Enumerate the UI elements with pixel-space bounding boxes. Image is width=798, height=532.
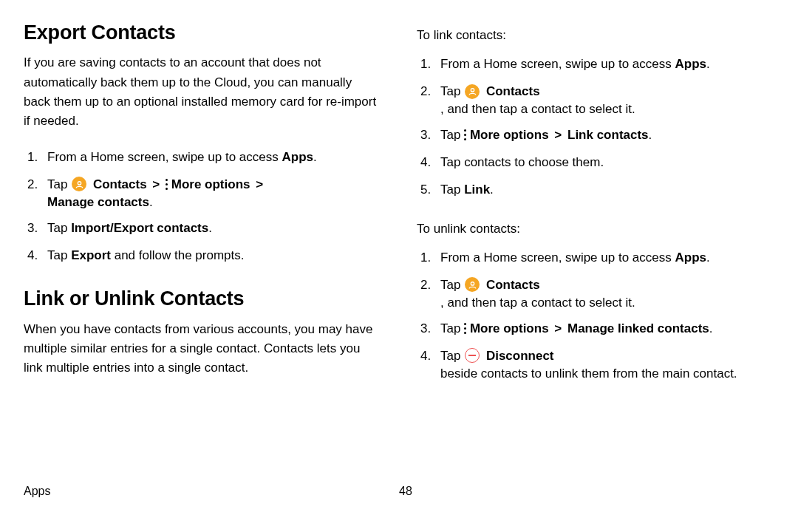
link-unlink-desc: When you have contacts from various acco…: [24, 320, 381, 378]
footer-section: Apps: [24, 485, 399, 498]
contacts-icon: [465, 84, 480, 99]
bold-text: Link contacts: [567, 128, 649, 142]
list-item: Tap Disconnect beside contacts to unlink…: [434, 344, 774, 383]
bold-text: Manage linked contacts: [567, 321, 709, 335]
step-text: .: [649, 128, 652, 142]
step-text: Tap: [440, 84, 464, 98]
step-text: .: [706, 57, 710, 71]
step-text: Tap: [440, 349, 464, 363]
link-steps: From a Home screen, swipe up to access A…: [417, 52, 774, 202]
disconnect-icon: [465, 348, 480, 363]
list-item: Tap contacts to choose them.: [434, 150, 774, 174]
left-column: Export Contacts If you are saving contac…: [24, 21, 381, 473]
contacts-icon: [72, 177, 86, 191]
export-contacts-desc: If you are saving contacts to an account…: [24, 53, 381, 131]
right-column: To link contacts: From a Home screen, sw…: [417, 21, 774, 473]
step-text: Tap: [440, 128, 464, 142]
more-options-icon: [166, 177, 168, 191]
list-item: Tap Link.: [434, 177, 774, 202]
step-text: .: [709, 321, 713, 335]
bold-text: Contacts: [93, 177, 147, 191]
chevron-icon: >: [256, 177, 263, 191]
link-intro: To link contacts:: [417, 28, 774, 43]
svg-point-0: [78, 182, 81, 185]
step-text: From a Home screen, swipe up to access: [47, 150, 282, 164]
list-item: Tap Contacts > More options > Manage con…: [41, 172, 381, 211]
document-page: Export Contacts If you are saving contac…: [0, 0, 798, 473]
more-options-icon: [464, 321, 466, 335]
step-text: Tap: [440, 278, 464, 292]
bold-text: Apps: [675, 57, 706, 71]
more-options-icon: [464, 129, 466, 142]
bold-text: Apps: [282, 150, 313, 164]
step-text: Tap: [47, 221, 71, 235]
list-item: Tap Contacts, and then tap a contact to …: [434, 273, 774, 312]
unlink-steps: From a Home screen, swipe up to access A…: [417, 245, 774, 383]
step-text: From a Home screen, swipe up to access: [440, 57, 675, 71]
bold-text: Manage contacts: [47, 195, 149, 209]
step-text: .: [706, 250, 710, 265]
list-item: Tap More options > Manage linked contact…: [434, 316, 774, 341]
step-text: beside contacts to unlink them from the …: [440, 366, 737, 381]
bold-text: Contacts: [486, 278, 540, 292]
step-text: Tap contacts to choose them.: [440, 155, 604, 169]
page-number: 48: [399, 485, 412, 498]
list-item: Tap More options > Link contacts.: [434, 123, 774, 147]
bold-text: Link: [464, 183, 490, 197]
list-item: Tap Contacts, and then tap a contact to …: [434, 79, 774, 118]
export-steps: From a Home screen, swipe up to access A…: [24, 145, 381, 267]
bold-text: More options: [470, 128, 549, 142]
bold-text: More options: [171, 177, 250, 191]
step-text: .: [490, 183, 494, 197]
chevron-icon: >: [152, 177, 160, 191]
svg-point-1: [471, 89, 474, 92]
bold-text: Import/Export contacts: [71, 221, 208, 235]
step-text: Tap: [440, 183, 464, 197]
bold-text: Contacts: [486, 84, 540, 98]
svg-point-2: [471, 282, 474, 284]
step-text: Tap: [47, 177, 71, 191]
step-text: .: [208, 221, 212, 235]
contacts-icon: [465, 277, 480, 292]
bold-text: Export: [71, 248, 111, 262]
bold-text: Apps: [675, 250, 706, 265]
unlink-intro: To unlink contacts:: [417, 222, 774, 236]
step-text: Tap: [440, 321, 464, 335]
bold-text: More options: [470, 321, 549, 335]
chevron-icon: >: [554, 321, 562, 335]
step-text: .: [149, 195, 153, 209]
list-item: From a Home screen, swipe up to access A…: [434, 245, 774, 270]
list-item: From a Home screen, swipe up to access A…: [41, 145, 381, 169]
step-text: , and then tap a contact to select it.: [440, 296, 635, 310]
bold-text: Disconnect: [486, 349, 554, 363]
step-text: , and then tap a contact to select it.: [440, 102, 635, 116]
link-unlink-heading: Link or Unlink Contacts: [24, 287, 381, 310]
step-text: and follow the prompts.: [111, 248, 244, 262]
step-text: Tap: [47, 248, 71, 262]
list-item: Tap Export and follow the prompts.: [41, 243, 381, 267]
step-text: .: [313, 150, 317, 164]
step-text: From a Home screen, swipe up to access: [440, 250, 675, 265]
page-footer: Apps 48: [0, 485, 798, 498]
chevron-icon: >: [554, 128, 562, 142]
list-item: From a Home screen, swipe up to access A…: [434, 52, 774, 76]
list-item: Tap Import/Export contacts.: [41, 216, 381, 240]
export-contacts-heading: Export Contacts: [24, 21, 381, 44]
